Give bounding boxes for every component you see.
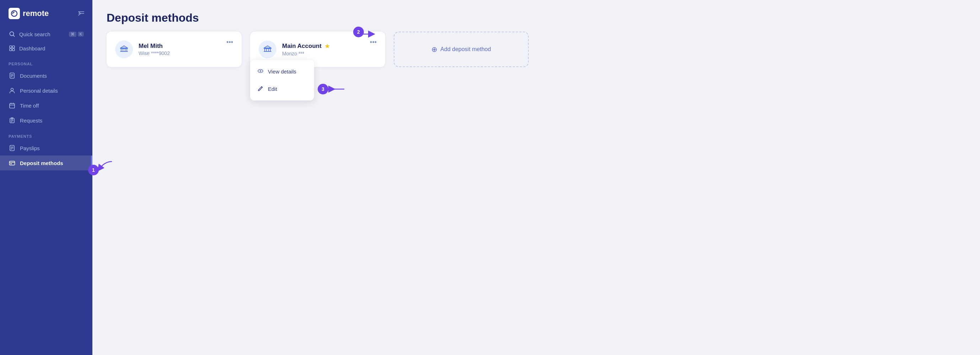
payslips-label: Payslips	[20, 145, 40, 151]
annotation-3: 3	[318, 84, 328, 94]
sidebar-item-requests[interactable]: Requests	[0, 113, 92, 128]
add-deposit-label: ⊕ Add deposit method	[431, 45, 491, 54]
cards-area: Mel Mith Wise ****9002 ••• Main Account …	[92, 32, 980, 67]
dashboard-label: Dashboard	[19, 46, 45, 51]
main-account-more-button[interactable]: •••	[367, 37, 380, 48]
page-header: Deposit methods	[92, 0, 980, 32]
mel-mith-name: Mel Mith	[138, 43, 233, 50]
personal-section-label: PERSONAL	[0, 55, 92, 68]
sidebar-item-payslips[interactable]: Payslips	[0, 141, 92, 155]
sidebar-item-documents[interactable]: Documents	[0, 68, 92, 83]
sidebar-item-time-off[interactable]: Time off	[0, 98, 92, 113]
time-off-label: Time off	[20, 103, 39, 109]
svg-rect-5	[13, 46, 14, 48]
svg-rect-2	[78, 13, 84, 14]
svg-rect-15	[10, 163, 12, 164]
sidebar-item-personal-details[interactable]: Personal details	[0, 83, 92, 98]
bank-icon-main-account	[259, 40, 277, 58]
clipboard-icon	[8, 117, 16, 124]
edit-button[interactable]: Edit 3	[250, 80, 314, 98]
search-shortcut: ⌘ K	[69, 32, 84, 37]
main-account-name: Main Account	[282, 43, 321, 50]
documents-label: Documents	[20, 73, 47, 79]
annotation-3-arrow	[326, 85, 348, 94]
plus-circle-icon: ⊕	[431, 45, 438, 54]
mel-mith-info: Mel Mith Wise ****9002	[138, 43, 233, 56]
collapse-sidebar-button[interactable]	[78, 10, 85, 17]
svg-point-9	[11, 89, 13, 91]
star-icon: ★	[325, 42, 330, 50]
deposit-methods-label: Deposit methods	[20, 160, 63, 166]
svg-rect-14	[10, 161, 15, 165]
svg-rect-10	[10, 104, 14, 108]
dashboard-icon	[8, 45, 16, 52]
eye-icon	[257, 68, 264, 75]
page-title: Deposit methods	[107, 11, 966, 24]
logo-icon	[8, 8, 20, 19]
add-deposit-method-card[interactable]: ⊕ Add deposit method	[394, 32, 529, 67]
documents-icon	[8, 72, 16, 79]
svg-rect-1	[78, 11, 84, 12]
annotation-1-arrow	[94, 160, 116, 174]
svg-point-3	[10, 32, 14, 36]
bank-icon-mel-mith	[115, 40, 133, 58]
payments-section-label: PAYMENTS	[0, 128, 92, 141]
k-key: K	[78, 32, 84, 36]
svg-point-17	[260, 70, 261, 72]
sidebar-item-dashboard[interactable]: Dashboard	[0, 41, 92, 55]
payslips-icon	[8, 144, 16, 152]
personal-details-label: Personal details	[20, 88, 58, 94]
calendar-icon	[8, 102, 16, 109]
sidebar: remote Quick search ⌘ K	[0, 0, 92, 355]
person-icon	[8, 87, 16, 94]
svg-point-0	[11, 11, 17, 16]
cmd-key: ⌘	[69, 32, 76, 37]
view-details-label: View details	[268, 68, 296, 74]
mel-mith-sub: Wise ****9002	[138, 51, 233, 56]
deposit-methods-icon	[8, 159, 16, 166]
mel-mith-more-button[interactable]: •••	[223, 37, 236, 48]
quick-search-button[interactable]: Quick search ⌘ K	[0, 27, 92, 41]
quick-search-label: Quick search	[19, 31, 51, 37]
main-content: Deposit methods Mel Mith Wise ****9002 •…	[92, 0, 980, 355]
svg-rect-7	[13, 49, 14, 51]
main-account-info: Main Account ★ Monzo ***	[282, 42, 377, 57]
main-account-sub: Monzo ***	[282, 51, 377, 57]
sidebar-item-deposit-methods[interactable]: Deposit methods 1	[0, 155, 92, 170]
deposit-dropdown-menu: View details Edit 3	[250, 60, 314, 100]
main-account-card-wrap: Main Account ★ Monzo *** ••• 2	[250, 32, 385, 67]
annotation-2: 2	[353, 27, 364, 37]
svg-rect-6	[10, 49, 12, 51]
edit-icon	[257, 85, 264, 93]
app-logo: remote	[8, 8, 49, 19]
logo-label: remote	[23, 9, 49, 18]
search-icon	[8, 30, 16, 38]
sidebar-logo-area: remote	[0, 0, 92, 27]
edit-label: Edit	[268, 86, 277, 92]
requests-label: Requests	[20, 117, 42, 124]
svg-rect-4	[10, 46, 12, 48]
deposit-card-mel-mith: Mel Mith Wise ****9002 •••	[107, 32, 242, 67]
view-details-button[interactable]: View details	[250, 63, 314, 80]
